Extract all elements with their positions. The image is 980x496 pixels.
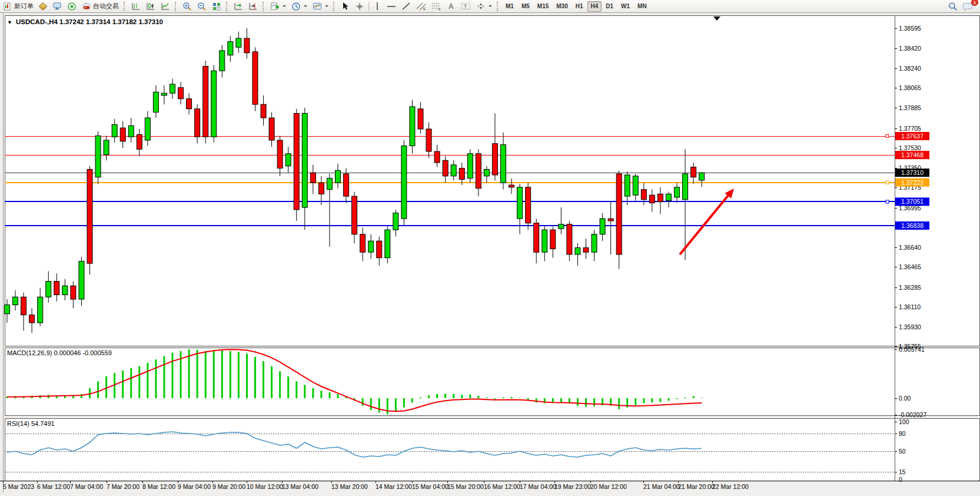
time-tick-label: 13 Mar 04:00 — [282, 483, 318, 490]
chart-bars-button[interactable] — [129, 1, 143, 12]
price-tick-label: 1.36285 — [899, 284, 921, 291]
time-tick-label: 7 Mar 04:00 — [70, 483, 103, 490]
candle-body — [683, 174, 688, 200]
candle-body — [699, 173, 705, 180]
chart-candles-button[interactable] — [144, 1, 158, 12]
candle-body — [327, 178, 332, 190]
chat-button[interactable]: 1 — [961, 1, 975, 12]
time-tick-label: 9 Mar 04:00 — [178, 483, 211, 490]
search-button[interactable] — [946, 1, 960, 12]
rsi-axis-label: 50 — [899, 448, 906, 455]
vertical-line-button[interactable] — [371, 1, 384, 12]
text-icon: A — [447, 2, 456, 11]
text-label-icon: T — [461, 2, 471, 11]
chart-shift-button[interactable] — [246, 1, 260, 12]
candle-body — [244, 38, 250, 53]
candle-body — [79, 261, 84, 299]
price-box-label: 1.37051 — [901, 198, 923, 205]
rsi-panel[interactable] — [5, 418, 979, 481]
deposit-button[interactable] — [36, 1, 49, 12]
line-anchor[interactable] — [886, 135, 889, 138]
candle-body — [526, 187, 531, 223]
candle-body — [368, 241, 374, 252]
chart-area[interactable]: 1.385951.384201.382401.380651.378851.377… — [0, 13, 980, 496]
text-button[interactable]: A — [444, 1, 458, 12]
candle-body — [62, 286, 68, 295]
line-anchor[interactable] — [886, 181, 889, 184]
templates-button[interactable] — [310, 1, 331, 12]
candle-body — [153, 92, 158, 112]
channel-button[interactable]: E — [414, 1, 428, 12]
price-tick-label: 1.36640 — [899, 244, 921, 251]
candle-body — [236, 38, 241, 47]
chat-badge: 1 — [971, 0, 978, 6]
candle-body — [575, 248, 580, 254]
candle-body — [352, 196, 357, 234]
main-panel[interactable] — [5, 15, 979, 346]
cursor-icon — [341, 2, 350, 11]
indicators-button[interactable] — [268, 1, 288, 12]
crosshair-button[interactable] — [353, 1, 367, 12]
chart-line-button[interactable] — [158, 1, 172, 12]
text-label-button[interactable]: T — [459, 1, 473, 12]
trendline-button[interactable] — [399, 1, 413, 12]
candle-body — [624, 175, 630, 196]
timeframe-button-H1[interactable]: H1 — [572, 1, 587, 12]
candle-body — [211, 71, 217, 137]
candle-body — [649, 195, 655, 203]
timeframe-button-M15[interactable]: M15 — [534, 1, 552, 12]
timeframe-button-H4[interactable]: H4 — [587, 1, 602, 12]
candle-body — [592, 234, 597, 252]
candle-body — [657, 194, 663, 201]
timeframe-button-M5[interactable]: M5 — [518, 1, 533, 12]
toolbar-separator — [368, 2, 369, 11]
timeframe-button-M30[interactable]: M30 — [553, 1, 571, 12]
periods-button[interactable] — [289, 1, 310, 12]
candle-body — [434, 151, 440, 163]
toolbar-grip — [175, 2, 178, 11]
candle-body — [335, 170, 341, 183]
monitor-icon — [52, 2, 62, 11]
toolbar-grip — [497, 2, 500, 11]
candle-body — [467, 154, 473, 178]
virtual-hosting-button[interactable] — [50, 1, 64, 12]
candle-body — [559, 224, 564, 229]
fibonacci-button[interactable]: F — [429, 1, 444, 12]
time-tick-label: 13 Mar 20:00 — [331, 483, 368, 490]
time-tick-label: 19 Mar 23:00 — [554, 483, 591, 490]
zoom-in-button[interactable] — [180, 1, 194, 12]
horizontal-line-button[interactable] — [384, 1, 398, 12]
signals-button[interactable] — [65, 1, 79, 12]
vertical-line-icon — [373, 2, 381, 11]
time-tick-label: 7 Mar 20:00 — [107, 483, 139, 490]
candle-body — [285, 154, 291, 166]
zoom-out-button[interactable] — [195, 1, 209, 12]
candle-body — [253, 52, 258, 104]
arrows-button[interactable] — [474, 1, 494, 12]
new-order-button[interactable]: 新订单 — [1, 1, 36, 12]
cursor-button[interactable] — [338, 1, 352, 12]
timeframe-button-MN[interactable]: MN — [634, 1, 650, 12]
price-tick-label: 1.37530 — [899, 144, 921, 151]
price-tick-label: 1.36465 — [899, 263, 921, 270]
timeframe-button-M1[interactable]: M1 — [502, 1, 517, 12]
candle-body — [451, 165, 456, 176]
line-anchor[interactable] — [886, 200, 889, 203]
price-tick-label: 1.38240 — [899, 65, 921, 72]
timeframe-button-W1[interactable]: W1 — [617, 1, 633, 12]
candle-body — [195, 109, 200, 137]
timeframe-button-D1[interactable]: D1 — [602, 1, 617, 12]
auto-scroll-button[interactable] — [231, 1, 245, 12]
time-tick-label: 8 Mar 12:00 — [142, 483, 175, 490]
symbol-dropdown-icon[interactable]: ▼ — [7, 19, 12, 25]
tile-windows-button[interactable] — [210, 1, 224, 12]
time-tick-label: 17 Mar 04:00 — [520, 483, 556, 490]
price-box-label: 1.37637 — [901, 133, 923, 140]
time-tick-label: 22 Mar 12:00 — [712, 483, 749, 490]
macd-panel[interactable] — [5, 348, 979, 415]
price-tick-label: 1.35930 — [899, 323, 921, 330]
autotrading-button[interactable]: 自动交易 — [79, 1, 121, 12]
price-tick-label: 1.38420 — [899, 45, 921, 52]
candle-body — [616, 174, 622, 254]
toolbar-grip — [124, 2, 127, 11]
